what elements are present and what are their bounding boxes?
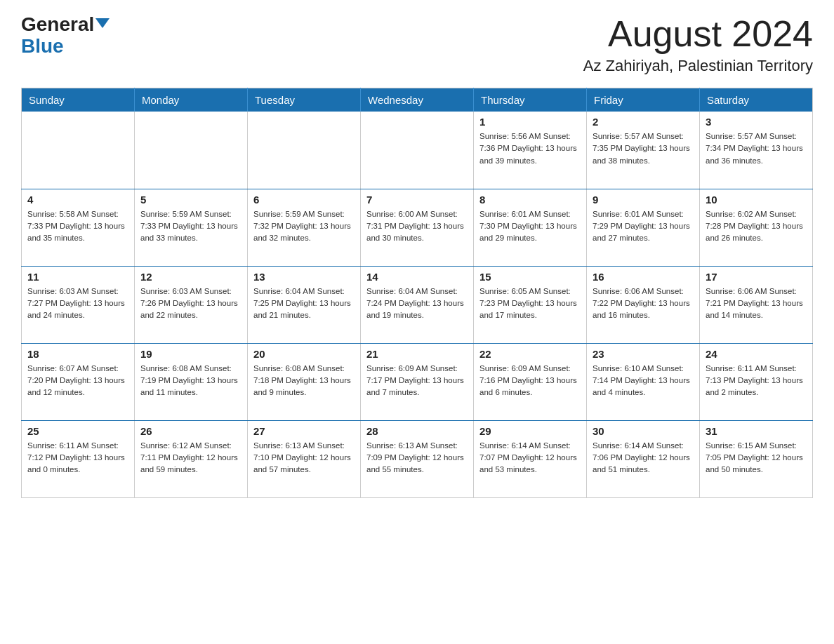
weekday-header-saturday: Saturday xyxy=(700,88,813,112)
calendar-cell xyxy=(361,112,474,189)
day-info: Sunrise: 6:09 AM Sunset: 7:17 PM Dayligh… xyxy=(366,363,468,399)
calendar-week-row: 25Sunrise: 6:11 AM Sunset: 7:12 PM Dayli… xyxy=(22,420,813,497)
calendar-cell: 25Sunrise: 6:11 AM Sunset: 7:12 PM Dayli… xyxy=(22,420,135,497)
calendar-week-row: 11Sunrise: 6:03 AM Sunset: 7:27 PM Dayli… xyxy=(22,266,813,343)
logo-triangle-icon xyxy=(95,18,110,28)
calendar-cell: 29Sunrise: 6:14 AM Sunset: 7:07 PM Dayli… xyxy=(474,420,587,497)
day-number: 26 xyxy=(140,425,241,437)
calendar-cell: 12Sunrise: 6:03 AM Sunset: 7:26 PM Dayli… xyxy=(135,266,248,343)
day-number: 22 xyxy=(479,348,581,360)
calendar-cell xyxy=(135,112,248,189)
day-info: Sunrise: 6:14 AM Sunset: 7:06 PM Dayligh… xyxy=(593,440,694,476)
day-info: Sunrise: 6:03 AM Sunset: 7:27 PM Dayligh… xyxy=(27,286,128,322)
calendar-cell: 28Sunrise: 6:13 AM Sunset: 7:09 PM Dayli… xyxy=(361,420,474,497)
day-number: 7 xyxy=(366,194,468,206)
day-info: Sunrise: 5:57 AM Sunset: 7:35 PM Dayligh… xyxy=(593,130,694,167)
day-info: Sunrise: 6:08 AM Sunset: 7:18 PM Dayligh… xyxy=(253,363,355,399)
calendar-cell: 26Sunrise: 6:12 AM Sunset: 7:11 PM Dayli… xyxy=(135,420,248,497)
day-info: Sunrise: 6:09 AM Sunset: 7:16 PM Dayligh… xyxy=(479,363,581,399)
day-info: Sunrise: 6:13 AM Sunset: 7:09 PM Dayligh… xyxy=(366,440,468,476)
calendar-cell: 10Sunrise: 6:02 AM Sunset: 7:28 PM Dayli… xyxy=(700,189,813,266)
day-number: 10 xyxy=(706,194,807,206)
page-header: GeneralBlue August 2024 Az Zahiriyah, Pa… xyxy=(21,14,813,75)
calendar-cell: 9Sunrise: 6:01 AM Sunset: 7:29 PM Daylig… xyxy=(587,189,700,266)
calendar-week-row: 18Sunrise: 6:07 AM Sunset: 7:20 PM Dayli… xyxy=(22,343,813,420)
calendar-cell: 22Sunrise: 6:09 AM Sunset: 7:16 PM Dayli… xyxy=(474,343,587,420)
day-info: Sunrise: 6:04 AM Sunset: 7:24 PM Dayligh… xyxy=(366,286,468,322)
day-info: Sunrise: 6:01 AM Sunset: 7:29 PM Dayligh… xyxy=(593,208,694,245)
day-info: Sunrise: 6:07 AM Sunset: 7:20 PM Dayligh… xyxy=(27,363,128,399)
weekday-header-row: SundayMondayTuesdayWednesdayThursdayFrid… xyxy=(22,88,813,112)
day-info: Sunrise: 5:59 AM Sunset: 7:32 PM Dayligh… xyxy=(253,208,355,245)
day-number: 19 xyxy=(140,348,241,360)
day-info: Sunrise: 5:57 AM Sunset: 7:34 PM Dayligh… xyxy=(706,130,807,167)
calendar-cell: 14Sunrise: 6:04 AM Sunset: 7:24 PM Dayli… xyxy=(361,266,474,343)
day-number: 27 xyxy=(253,425,355,437)
calendar-cell: 17Sunrise: 6:06 AM Sunset: 7:21 PM Dayli… xyxy=(700,266,813,343)
calendar-cell: 30Sunrise: 6:14 AM Sunset: 7:06 PM Dayli… xyxy=(587,420,700,497)
calendar-table: SundayMondayTuesdayWednesdayThursdayFrid… xyxy=(21,88,813,498)
day-number: 12 xyxy=(140,271,241,283)
day-number: 29 xyxy=(479,425,581,437)
day-info: Sunrise: 6:10 AM Sunset: 7:14 PM Dayligh… xyxy=(593,363,694,399)
logo-text: GeneralBlue xyxy=(21,14,110,58)
day-number: 30 xyxy=(593,425,694,437)
calendar-cell: 19Sunrise: 6:08 AM Sunset: 7:19 PM Dayli… xyxy=(135,343,248,420)
weekday-header-tuesday: Tuesday xyxy=(248,88,361,112)
calendar-cell: 1Sunrise: 5:56 AM Sunset: 7:36 PM Daylig… xyxy=(474,112,587,189)
day-number: 18 xyxy=(27,348,128,360)
day-number: 4 xyxy=(27,194,128,206)
calendar-cell: 4Sunrise: 5:58 AM Sunset: 7:33 PM Daylig… xyxy=(22,189,135,266)
weekday-header-thursday: Thursday xyxy=(474,88,587,112)
day-number: 31 xyxy=(706,425,807,437)
calendar-cell: 21Sunrise: 6:09 AM Sunset: 7:17 PM Dayli… xyxy=(361,343,474,420)
calendar-cell: 2Sunrise: 5:57 AM Sunset: 7:35 PM Daylig… xyxy=(587,112,700,189)
weekday-header-friday: Friday xyxy=(587,88,700,112)
calendar-cell: 27Sunrise: 6:13 AM Sunset: 7:10 PM Dayli… xyxy=(248,420,361,497)
day-number: 21 xyxy=(366,348,468,360)
calendar-subtitle: Az Zahiriyah, Palestinian Territory xyxy=(583,57,813,75)
day-number: 13 xyxy=(253,271,355,283)
calendar-cell: 6Sunrise: 5:59 AM Sunset: 7:32 PM Daylig… xyxy=(248,189,361,266)
day-info: Sunrise: 6:00 AM Sunset: 7:31 PM Dayligh… xyxy=(366,208,468,245)
day-info: Sunrise: 6:02 AM Sunset: 7:28 PM Dayligh… xyxy=(706,208,807,245)
day-number: 2 xyxy=(593,116,694,128)
calendar-cell: 15Sunrise: 6:05 AM Sunset: 7:23 PM Dayli… xyxy=(474,266,587,343)
day-info: Sunrise: 5:56 AM Sunset: 7:36 PM Dayligh… xyxy=(479,130,581,167)
calendar-cell: 3Sunrise: 5:57 AM Sunset: 7:34 PM Daylig… xyxy=(700,112,813,189)
day-number: 23 xyxy=(593,348,694,360)
calendar-cell: 5Sunrise: 5:59 AM Sunset: 7:33 PM Daylig… xyxy=(135,189,248,266)
day-info: Sunrise: 6:04 AM Sunset: 7:25 PM Dayligh… xyxy=(253,286,355,322)
day-info: Sunrise: 6:11 AM Sunset: 7:12 PM Dayligh… xyxy=(27,440,128,476)
day-info: Sunrise: 6:03 AM Sunset: 7:26 PM Dayligh… xyxy=(140,286,241,322)
day-info: Sunrise: 6:06 AM Sunset: 7:22 PM Dayligh… xyxy=(593,286,694,322)
calendar-title: August 2024 xyxy=(583,14,813,54)
day-info: Sunrise: 6:01 AM Sunset: 7:30 PM Dayligh… xyxy=(479,208,581,245)
calendar-cell: 23Sunrise: 6:10 AM Sunset: 7:14 PM Dayli… xyxy=(587,343,700,420)
calendar-cell: 31Sunrise: 6:15 AM Sunset: 7:05 PM Dayli… xyxy=(700,420,813,497)
day-number: 20 xyxy=(253,348,355,360)
day-number: 1 xyxy=(479,116,581,128)
logo-blue-text: Blue xyxy=(21,35,64,57)
day-number: 17 xyxy=(706,271,807,283)
day-number: 16 xyxy=(593,271,694,283)
day-number: 11 xyxy=(27,271,128,283)
calendar-cell: 7Sunrise: 6:00 AM Sunset: 7:31 PM Daylig… xyxy=(361,189,474,266)
day-number: 15 xyxy=(479,271,581,283)
day-info: Sunrise: 6:14 AM Sunset: 7:07 PM Dayligh… xyxy=(479,440,581,476)
title-area: August 2024 Az Zahiriyah, Palestinian Te… xyxy=(583,14,813,75)
calendar-week-row: 4Sunrise: 5:58 AM Sunset: 7:33 PM Daylig… xyxy=(22,189,813,266)
day-number: 14 xyxy=(366,271,468,283)
day-info: Sunrise: 6:11 AM Sunset: 7:13 PM Dayligh… xyxy=(706,363,807,399)
day-number: 9 xyxy=(593,194,694,206)
weekday-header-monday: Monday xyxy=(135,88,248,112)
logo: GeneralBlue xyxy=(21,14,110,58)
weekday-header-sunday: Sunday xyxy=(22,88,135,112)
day-info: Sunrise: 6:13 AM Sunset: 7:10 PM Dayligh… xyxy=(253,440,355,476)
day-number: 24 xyxy=(706,348,807,360)
day-info: Sunrise: 6:12 AM Sunset: 7:11 PM Dayligh… xyxy=(140,440,241,476)
calendar-cell: 13Sunrise: 6:04 AM Sunset: 7:25 PM Dayli… xyxy=(248,266,361,343)
calendar-cell xyxy=(22,112,135,189)
day-info: Sunrise: 6:08 AM Sunset: 7:19 PM Dayligh… xyxy=(140,363,241,399)
day-info: Sunrise: 5:58 AM Sunset: 7:33 PM Dayligh… xyxy=(27,208,128,245)
